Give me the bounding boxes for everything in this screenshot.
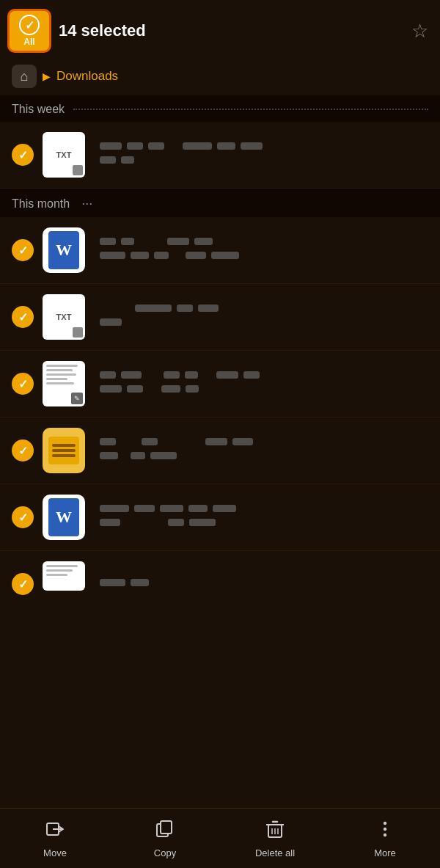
- file-item-3[interactable]: ✓ TXT: [0, 284, 440, 351]
- check-icon-4: ✓: [12, 373, 34, 395]
- doc-icon-7: [43, 561, 85, 591]
- word-inner-6: W: [48, 498, 79, 536]
- all-label: All: [23, 37, 34, 47]
- checkbox-7[interactable]: ✓: [12, 573, 34, 595]
- move-icon: [45, 819, 65, 845]
- file-item-1[interactable]: ✓ TXT: [0, 122, 440, 189]
- section-this-month: This month ···: [0, 189, 440, 217]
- file-name-row-3: [98, 303, 428, 313]
- archive-icon-5: [43, 428, 85, 473]
- section-divider: [73, 109, 428, 110]
- file-icon-4: ✎: [43, 361, 88, 406]
- file-name-row-7: [98, 577, 428, 588]
- checkbox-6[interactable]: ✓: [12, 506, 34, 528]
- word-icon-2: W: [43, 227, 85, 273]
- file-name-row-2: [98, 236, 428, 247]
- nav-delete[interactable]: Delete all: [220, 819, 330, 858]
- file-item-6[interactable]: ✓ W: [0, 484, 440, 551]
- svg-point-12: [384, 833, 386, 836]
- checkbox-2[interactable]: ✓: [12, 239, 34, 261]
- more-icon: [375, 819, 395, 845]
- check-icon-6: ✓: [12, 506, 34, 528]
- check-icon-3: ✓: [12, 306, 34, 328]
- file-name-row-4: [98, 370, 428, 380]
- file-item-2[interactable]: ✓ W: [0, 217, 440, 284]
- file-item-7-partial[interactable]: ✓: [0, 551, 440, 617]
- file-info-1: [98, 141, 428, 169]
- file-info-4: [98, 370, 428, 398]
- txt-icon-3: TXT: [43, 294, 85, 340]
- star-icon[interactable]: ☆: [411, 20, 428, 43]
- file-meta-row-4: [98, 384, 428, 394]
- nav-copy-label: Copy: [154, 847, 176, 858]
- check-icon-1: ✓: [12, 144, 34, 166]
- breadcrumb-arrow: ▶: [43, 70, 51, 82]
- file-info-5: [98, 437, 428, 464]
- checkbox-4[interactable]: ✓: [12, 373, 34, 395]
- word-icon-6: W: [43, 495, 85, 540]
- word-inner-2: W: [48, 231, 79, 269]
- file-icon-3: TXT: [43, 294, 88, 340]
- svg-rect-3: [161, 821, 172, 834]
- checkbox-1[interactable]: ✓: [12, 144, 34, 166]
- checkbox-5[interactable]: ✓: [12, 440, 34, 462]
- file-info-2: [98, 236, 428, 264]
- file-name-row-6: [98, 503, 428, 514]
- file-meta-row-1: [98, 155, 428, 165]
- bottom-navigation: Move Copy Delete all: [0, 808, 440, 868]
- file-item-4[interactable]: ✓ ✎: [0, 351, 440, 417]
- nav-move[interactable]: Move: [0, 819, 110, 858]
- nav-delete-label: Delete all: [255, 847, 295, 858]
- section-more-icon[interactable]: ···: [81, 196, 92, 211]
- file-icon-5: [43, 428, 88, 473]
- nav-move-label: Move: [43, 847, 67, 858]
- header-left: All 14 selected: [7, 9, 146, 53]
- nav-copy[interactable]: Copy: [110, 819, 220, 858]
- file-meta-row-6: [98, 517, 428, 528]
- file-name-row-1: [98, 141, 428, 151]
- home-icon: ⌂: [21, 69, 29, 84]
- header: All 14 selected ☆: [0, 0, 440, 60]
- nav-more-label: More: [374, 847, 396, 858]
- breadcrumb: ⌂ ▶ Downloads: [0, 60, 440, 95]
- file-icon-2: W: [43, 227, 88, 273]
- txt-icon: TXT: [43, 132, 85, 178]
- home-button[interactable]: ⌂: [12, 65, 37, 88]
- checkbox-3[interactable]: ✓: [12, 306, 34, 328]
- copy-icon: [155, 819, 175, 845]
- file-meta-row-3: [98, 317, 428, 327]
- file-name-row-5: [98, 437, 428, 447]
- check-icon-7: ✓: [12, 573, 34, 595]
- file-info-3: [98, 303, 428, 331]
- breadcrumb-folder[interactable]: Downloads: [56, 69, 118, 84]
- svg-point-10: [384, 821, 386, 824]
- svg-point-11: [384, 827, 386, 830]
- section-title-this-month: This month: [12, 197, 70, 211]
- file-icon-6: W: [43, 495, 88, 540]
- file-info-6: [98, 503, 428, 531]
- check-icon-5: ✓: [12, 440, 34, 462]
- nav-more[interactable]: More: [330, 819, 440, 858]
- edit-badge: ✎: [71, 393, 83, 404]
- check-icon-2: ✓: [12, 239, 34, 261]
- file-meta-row-5: [98, 451, 428, 461]
- archive-inner: [48, 437, 79, 464]
- file-icon-7: [43, 561, 88, 607]
- file-item-5[interactable]: ✓: [0, 417, 440, 484]
- section-this-week: This week: [0, 95, 440, 122]
- doc-icon-4: ✎: [43, 361, 85, 406]
- select-all-button[interactable]: All: [7, 9, 51, 53]
- file-info-7: [98, 577, 428, 591]
- file-meta-row-2: [98, 250, 428, 260]
- file-icon-1: TXT: [43, 132, 88, 178]
- select-all-check: [19, 15, 40, 35]
- delete-icon: [265, 819, 285, 845]
- section-title-this-week: This week: [12, 103, 65, 116]
- selected-count: 14 selected: [59, 21, 146, 40]
